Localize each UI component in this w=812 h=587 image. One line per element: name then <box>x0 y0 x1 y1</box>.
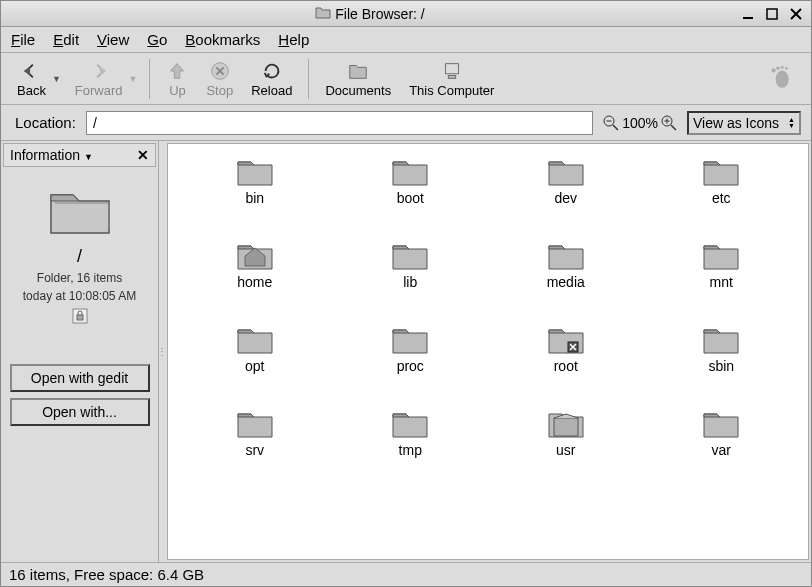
sidebar-info-line1: Folder, 16 items <box>3 267 156 285</box>
minimize-button[interactable] <box>739 6 757 22</box>
spinner-icon: ▲▼ <box>788 117 795 129</box>
folder-opt[interactable]: opt <box>180 322 330 402</box>
forward-dropdown-icon: ▼ <box>129 74 140 84</box>
folder-bin[interactable]: bin <box>180 154 330 234</box>
folder-label: boot <box>397 190 424 206</box>
zoom-level: 100% <box>622 115 658 131</box>
icon-view[interactable]: binbootdevetchomelibmediamntoptprocroots… <box>167 143 809 560</box>
svg-point-11 <box>776 67 779 70</box>
zoom-in-icon[interactable] <box>661 115 677 131</box>
window-title: File Browser: / <box>335 6 424 22</box>
svg-rect-8 <box>448 75 455 78</box>
folder-label: media <box>547 274 585 290</box>
menu-edit[interactable]: Edit <box>53 31 79 48</box>
folder-proc[interactable]: proc <box>336 322 486 402</box>
folder-lib[interactable]: lib <box>336 238 486 318</box>
folder-label: lib <box>403 274 417 290</box>
folder-label: srv <box>245 442 264 458</box>
folder-label: usr <box>556 442 575 458</box>
folder-dev[interactable]: dev <box>491 154 641 234</box>
sidebar-close-icon[interactable]: ✕ <box>137 147 149 163</box>
folder-media[interactable]: media <box>491 238 641 318</box>
forward-button: Forward <box>69 58 129 100</box>
menu-go[interactable]: Go <box>147 31 167 48</box>
sidebar-folder-icon <box>3 171 156 242</box>
close-button[interactable] <box>787 6 805 22</box>
folder-mnt[interactable]: mnt <box>647 238 797 318</box>
folder-label: opt <box>245 358 264 374</box>
status-text: 16 items, Free space: 6.4 GB <box>9 566 204 583</box>
menu-bookmarks[interactable]: Bookmarks <box>185 31 260 48</box>
zoom-out-icon[interactable] <box>603 115 619 131</box>
folder-etc[interactable]: etc <box>647 154 797 234</box>
sidebar-header[interactable]: Information ▼ ✕ <box>3 143 156 167</box>
reload-button[interactable]: Reload <box>245 58 298 100</box>
permissions-icon <box>3 303 156 328</box>
svg-rect-1 <box>767 9 777 19</box>
sidebar-folder-name: / <box>3 242 156 267</box>
svg-point-9 <box>776 71 789 88</box>
pane-resize-handle[interactable]: ⋮ <box>159 141 165 562</box>
folder-home[interactable]: home <box>180 238 330 318</box>
folder-boot[interactable]: boot <box>336 154 486 234</box>
folder-label: var <box>712 442 731 458</box>
svg-rect-7 <box>445 63 458 73</box>
open-with-button[interactable]: Open with... <box>10 398 150 426</box>
folder-label: root <box>554 358 578 374</box>
menubar: File Edit View Go Bookmarks Help <box>1 27 811 53</box>
folder-label: dev <box>554 190 577 206</box>
folder-srv[interactable]: srv <box>180 406 330 486</box>
folder-label: tmp <box>399 442 422 458</box>
stop-button: Stop <box>200 58 239 100</box>
folder-root[interactable]: root <box>491 322 641 402</box>
folder-tmp[interactable]: tmp <box>336 406 486 486</box>
documents-button[interactable]: Documents <box>319 58 397 100</box>
svg-line-15 <box>613 125 618 130</box>
folder-label: sbin <box>708 358 734 374</box>
up-button[interactable]: Up <box>160 58 194 100</box>
titlebar: File Browser: / <box>1 1 811 27</box>
this-computer-button[interactable]: This Computer <box>403 58 500 100</box>
menu-help[interactable]: Help <box>278 31 309 48</box>
gnome-foot-icon <box>767 64 801 93</box>
toolbar: Back ▼ Forward ▼ Up Stop Reload Document… <box>1 53 811 105</box>
location-bar: Location: 100% View as Icons ▲▼ <box>1 105 811 141</box>
menu-view[interactable]: View <box>97 31 129 48</box>
window-folder-icon <box>315 5 331 22</box>
svg-point-13 <box>785 67 788 70</box>
svg-rect-22 <box>77 315 83 320</box>
folder-label: bin <box>245 190 264 206</box>
back-button[interactable]: Back <box>11 58 52 100</box>
folder-label: home <box>237 274 272 290</box>
folder-sbin[interactable]: sbin <box>647 322 797 402</box>
folder-label: mnt <box>710 274 733 290</box>
svg-line-18 <box>671 125 676 130</box>
folder-usr[interactable]: usr <box>491 406 641 486</box>
view-as-selector[interactable]: View as Icons ▲▼ <box>687 111 801 135</box>
folder-label: proc <box>397 358 424 374</box>
sidebar-info-line2: today at 10:08:05 AM <box>3 285 156 303</box>
location-input[interactable] <box>86 111 593 135</box>
maximize-button[interactable] <box>763 6 781 22</box>
svg-point-10 <box>771 68 775 72</box>
location-label: Location: <box>11 114 80 131</box>
folder-var[interactable]: var <box>647 406 797 486</box>
sidebar: Information ▼ ✕ / Folder, 16 items today… <box>1 141 159 562</box>
menu-file[interactable]: File <box>11 31 35 48</box>
open-with-gedit-button[interactable]: Open with gedit <box>10 364 150 392</box>
svg-point-12 <box>781 66 784 69</box>
back-dropdown-icon[interactable]: ▼ <box>52 74 63 84</box>
folder-label: etc <box>712 190 731 206</box>
statusbar: 16 items, Free space: 6.4 GB <box>1 562 811 586</box>
